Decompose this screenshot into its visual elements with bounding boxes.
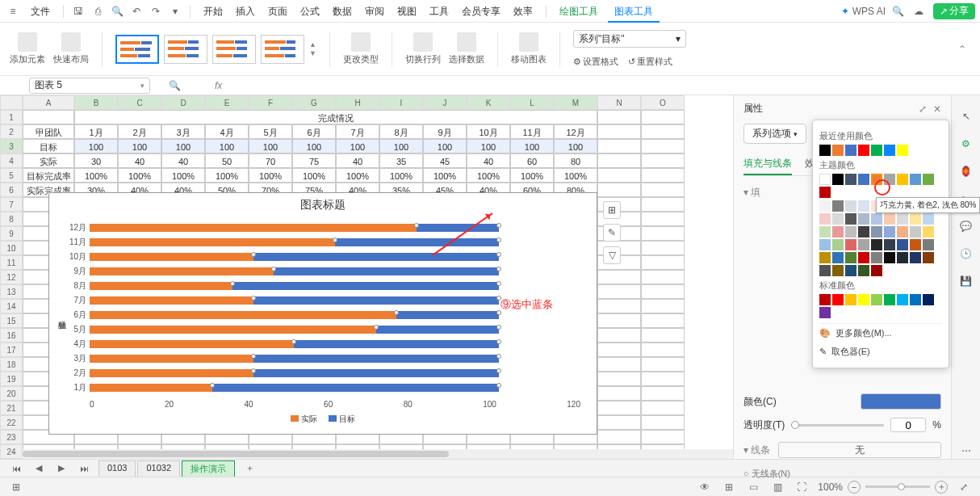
cell[interactable]: 100%: [118, 168, 161, 183]
tab-6[interactable]: 视图: [391, 0, 423, 23]
row-header[interactable]: 5: [0, 168, 23, 183]
cell[interactable]: 100: [292, 139, 336, 153]
thumbs-up-icon[interactable]: ▲: [309, 40, 316, 48]
cell[interactable]: 100%: [336, 168, 379, 183]
view-grid-icon[interactable]: ⊞: [721, 479, 737, 495]
color-swatch[interactable]: [871, 174, 882, 185]
color-swatch[interactable]: [884, 226, 895, 237]
color-swatch[interactable]: [923, 174, 934, 185]
color-swatch[interactable]: [897, 145, 908, 156]
cell[interactable]: 100: [336, 139, 379, 153]
cell[interactable]: 4月: [205, 124, 249, 139]
select-data-button[interactable]: 选择数据: [449, 32, 484, 65]
cell[interactable]: 9月: [423, 124, 467, 139]
undo-icon[interactable]: ↶: [128, 3, 144, 19]
transparency-slider[interactable]: [791, 424, 884, 427]
bar-segment-target[interactable]: [274, 267, 499, 275]
view-eye-icon[interactable]: 👁: [697, 479, 713, 495]
color-swatch[interactable]: [845, 239, 856, 250]
row-header[interactable]: 1: [0, 110, 23, 124]
rail-select-icon[interactable]: ↖: [958, 108, 974, 124]
color-swatch[interactable]: [858, 213, 869, 225]
color-swatch[interactable]: [871, 252, 882, 263]
color-swatch[interactable]: [910, 213, 921, 225]
cell[interactable]: 100%: [510, 168, 554, 183]
tab-chart-tool[interactable]: 图表工具: [608, 0, 660, 23]
row-header[interactable]: 6: [0, 183, 23, 197]
bar-segment-actual[interactable]: [90, 296, 253, 305]
cell[interactable]: 100: [205, 139, 249, 153]
color-swatch[interactable]: [871, 294, 882, 305]
col-header[interactable]: N: [597, 95, 641, 110]
cell[interactable]: 100: [510, 139, 554, 153]
tab-draw-tool[interactable]: 绘图工具: [553, 0, 605, 23]
set-format-button[interactable]: ⚙设置格式: [573, 56, 618, 68]
color-swatch[interactable]: [910, 239, 921, 250]
row-label[interactable]: 目标完成率: [23, 168, 74, 183]
row-label[interactable]: 实际: [23, 153, 74, 168]
bar-segment-target[interactable]: [253, 296, 499, 305]
color-swatch[interactable]: [845, 200, 856, 212]
bar-segment-actual[interactable]: [90, 267, 274, 275]
name-box[interactable]: 图表 5 ▾: [29, 78, 150, 94]
color-swatch[interactable]: [910, 252, 921, 263]
cell[interactable]: 50: [205, 153, 249, 168]
zoom-fx-icon[interactable]: 🔍: [166, 78, 182, 94]
horizontal-scrollbar[interactable]: [23, 449, 733, 459]
spreadsheet-grid[interactable]: ABCDEFGHIJKLMNO1完成情况2甲团队1月2月3月4月5月6月7月8月…: [0, 95, 733, 459]
rail-more-icon[interactable]: ⋯: [958, 443, 974, 459]
view-read-icon[interactable]: ▥: [769, 479, 785, 495]
col-header[interactable]: F: [249, 95, 292, 110]
col-header[interactable]: K: [467, 95, 510, 110]
tab-4[interactable]: 数据: [326, 0, 358, 23]
status-menu-icon[interactable]: ⊞: [8, 479, 24, 495]
zoom-slider[interactable]: [865, 485, 930, 488]
cell[interactable]: 100: [554, 139, 597, 153]
color-swatch[interactable]: [832, 226, 844, 237]
bar-segment-actual[interactable]: [90, 384, 212, 392]
color-swatch[interactable]: [845, 174, 856, 185]
col-header[interactable]: B: [74, 95, 118, 110]
color-swatch[interactable]: [897, 213, 908, 225]
color-swatch[interactable]: [819, 174, 831, 185]
line-style-select[interactable]: 无: [778, 442, 941, 458]
color-swatch[interactable]: [819, 200, 831, 212]
wps-ai-button[interactable]: ✦ WPS AI 🔍: [841, 6, 904, 17]
row-header[interactable]: 21: [0, 401, 23, 415]
row-header[interactable]: 23: [0, 430, 23, 444]
color-swatch[interactable]: [845, 145, 856, 156]
series-options-button[interactable]: 系列选项 ▾: [743, 124, 806, 144]
cell[interactable]: 100%: [249, 168, 292, 183]
color-swatch[interactable]: [871, 239, 882, 250]
cell[interactable]: 40: [161, 153, 205, 168]
cell[interactable]: 2月: [118, 124, 161, 139]
tab-8[interactable]: 会员专享: [455, 0, 507, 23]
color-swatch[interactable]: [884, 174, 895, 185]
color-swatch[interactable]: [858, 294, 869, 305]
tab-9[interactable]: 效率: [507, 0, 539, 23]
cell[interactable]: 3月: [161, 124, 205, 139]
row-header[interactable]: 12: [0, 270, 23, 284]
col-header[interactable]: G: [292, 95, 336, 110]
color-swatch[interactable]: [819, 307, 831, 318]
eyedropper-button[interactable]: ✎取色器(E): [819, 343, 942, 361]
quick-layout-button[interactable]: 快速布局: [53, 32, 89, 65]
preview-icon[interactable]: 🔍: [109, 3, 125, 19]
cell[interactable]: 100: [118, 139, 161, 153]
rail-settings-icon[interactable]: ⚙: [958, 136, 974, 152]
cell[interactable]: 100: [161, 139, 205, 153]
color-swatch[interactable]: [884, 239, 895, 250]
save-icon[interactable]: 🖫: [70, 3, 86, 19]
color-swatch[interactable]: [819, 226, 831, 237]
sheet-prev-icon[interactable]: ◀: [31, 460, 47, 477]
search-icon[interactable]: 🔍: [892, 6, 904, 17]
bar-segment-actual[interactable]: [90, 311, 396, 319]
tab-5[interactable]: 审阅: [358, 0, 391, 23]
cell[interactable]: 75: [292, 153, 336, 168]
cell[interactable]: 100%: [292, 168, 336, 183]
color-swatch[interactable]: [819, 239, 831, 250]
col-header[interactable]: D: [161, 95, 205, 110]
color-swatch[interactable]: [923, 226, 934, 237]
bar-segment-target[interactable]: [396, 311, 499, 319]
cell[interactable]: 40: [336, 153, 379, 168]
